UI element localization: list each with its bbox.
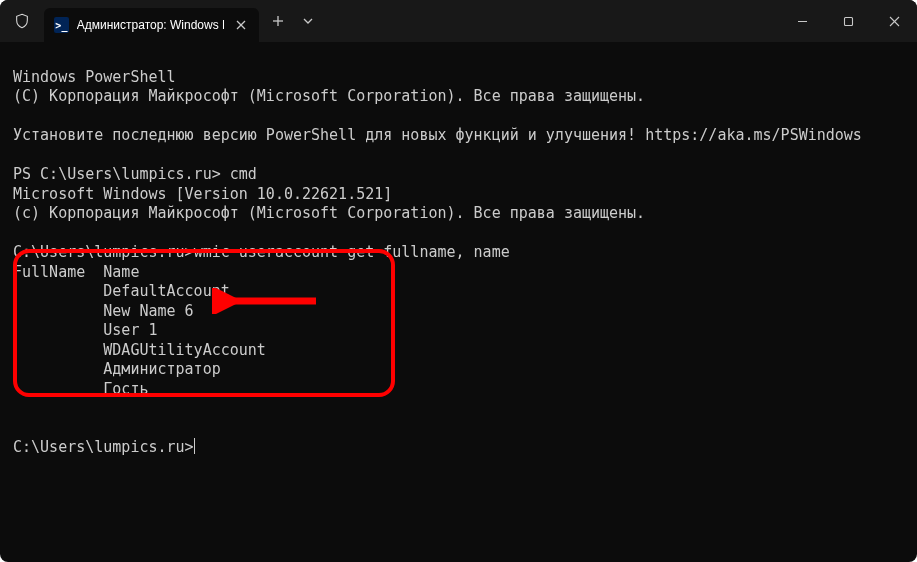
terminal-line: Установите последнюю версию PowerShell д…: [13, 126, 862, 144]
maximize-button[interactable]: [825, 0, 871, 42]
table-header: FullName Name: [13, 263, 139, 281]
table-row: New Name 6: [13, 302, 194, 320]
plus-icon: [272, 15, 284, 27]
table-row: DefaultAccount: [13, 282, 230, 300]
tab-dropdown-button[interactable]: [293, 6, 323, 36]
terminal-line: Microsoft Windows [Version 10.0.22621.52…: [13, 185, 392, 203]
tab-close-button[interactable]: [232, 16, 249, 34]
terminal-line: (C) Корпорация Майкрософт (Microsoft Cor…: [13, 87, 645, 105]
terminal-command: cmd: [230, 165, 257, 183]
terminal-line: Windows PowerShell: [13, 68, 176, 86]
powershell-icon: >_: [54, 17, 69, 33]
maximize-icon: [843, 16, 854, 27]
app-menu-icon[interactable]: [0, 13, 44, 29]
table-row: Гость: [13, 380, 148, 398]
svg-rect-5: [844, 17, 852, 25]
titlebar: >_ Администратор: Windows Po: [0, 0, 917, 42]
terminal-prompt: C:\Users\lumpics.ru>: [13, 438, 194, 456]
close-window-button[interactable]: [871, 0, 917, 42]
table-row: User 1: [13, 321, 158, 339]
cursor: [194, 438, 195, 454]
terminal-line: (c) Корпорация Майкрософт (Microsoft Cor…: [13, 204, 645, 222]
table-row: Администратор: [13, 360, 221, 378]
new-tab-button[interactable]: [263, 6, 293, 36]
window-controls: [779, 0, 917, 42]
terminal-window: >_ Администратор: Windows Po: [0, 0, 917, 562]
shield-icon: [14, 13, 30, 29]
terminal-prompt: PS C:\Users\lumpics.ru>: [13, 165, 230, 183]
chevron-down-icon: [303, 18, 313, 24]
tab-title: Администратор: Windows Po: [77, 18, 225, 32]
table-row: WDAGUtilityAccount: [13, 341, 266, 359]
minimize-icon: [797, 16, 808, 27]
close-icon: [889, 16, 900, 27]
terminal-viewport[interactable]: Windows PowerShell (C) Корпорация Майкро…: [0, 42, 917, 562]
close-icon: [236, 20, 246, 30]
minimize-button[interactable]: [779, 0, 825, 42]
tab-powershell[interactable]: >_ Администратор: Windows Po: [44, 8, 259, 42]
terminal-prompt: C:\Users\lumpics.ru>: [13, 243, 194, 261]
terminal-command: wmic useraccount get fullname, name: [194, 243, 510, 261]
